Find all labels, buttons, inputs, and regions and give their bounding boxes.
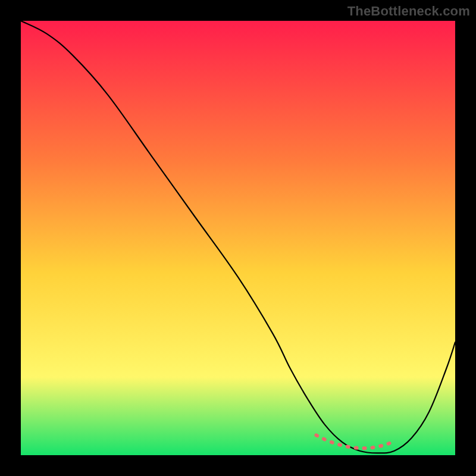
bottleneck-chart [0,0,476,476]
watermark-text: TheBottleneck.com [347,4,470,19]
chart-stage: { "watermark": "TheBottleneck.com", "col… [0,0,476,476]
plot-background [21,21,455,455]
